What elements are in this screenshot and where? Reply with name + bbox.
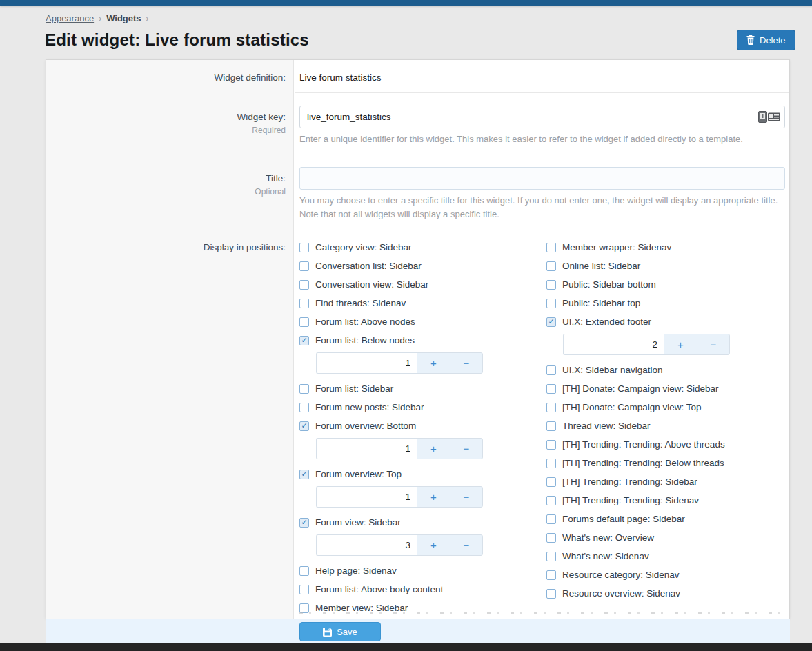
position-option-label[interactable]: Resource category: Sidenav: [562, 570, 680, 580]
checkbox-checked[interactable]: ✓: [299, 336, 309, 345]
position-option-label[interactable]: Forum list: Above nodes: [315, 317, 415, 327]
increment-button[interactable]: +: [417, 352, 450, 374]
increment-button[interactable]: +: [417, 486, 450, 508]
checkbox-unchecked[interactable]: [546, 365, 556, 375]
position-option[interactable]: Resource overview: Sidenav: [546, 588, 785, 599]
checkbox-unchecked[interactable]: [546, 403, 556, 412]
position-option-label[interactable]: Public: Sidebar bottom: [562, 279, 656, 290]
position-option[interactable]: Forum new posts: Sidebar: [299, 401, 546, 413]
increment-button[interactable]: +: [417, 534, 450, 556]
position-option[interactable]: Member wrapper: Sidenav: [546, 241, 785, 253]
display-order-input[interactable]: [316, 486, 417, 508]
position-option-label[interactable]: UI.X: Sidebar navigation: [562, 365, 663, 375]
checkbox-unchecked[interactable]: [546, 299, 556, 308]
position-option[interactable]: [TH] Donate: Campaign view: Sidebar: [546, 383, 785, 394]
position-option[interactable]: ✓Forum list: Below nodes: [299, 334, 546, 346]
position-option-label[interactable]: Forum view: Sidebar: [315, 517, 401, 528]
display-order-input[interactable]: [316, 352, 417, 374]
checkbox-unchecked[interactable]: [299, 566, 309, 576]
decrement-button[interactable]: −: [450, 534, 483, 556]
checkbox-unchecked[interactable]: [546, 280, 556, 290]
checkbox-checked[interactable]: ✓: [546, 317, 556, 327]
display-order-input[interactable]: [316, 534, 417, 556]
checkbox-checked[interactable]: ✓: [299, 470, 309, 479]
position-option-label[interactable]: Public: Sidebar top: [562, 298, 640, 308]
position-option[interactable]: [TH] Trending: Trending: Above threads: [546, 439, 785, 450]
position-option-label[interactable]: Forums default page: Sidebar: [562, 514, 685, 524]
checkbox-unchecked[interactable]: [299, 317, 309, 327]
checkbox-unchecked[interactable]: [299, 403, 309, 412]
checkbox-unchecked[interactable]: [546, 477, 556, 487]
position-option-label[interactable]: [TH] Donate: Campaign view: Sidebar: [562, 383, 719, 394]
breadcrumb-appearance[interactable]: Appearance: [46, 13, 94, 23]
checkbox-unchecked[interactable]: [299, 243, 309, 252]
position-option-label[interactable]: Find threads: Sidenav: [315, 298, 406, 308]
position-option-label[interactable]: Help page: Sidenav: [315, 565, 397, 576]
position-option[interactable]: Resource category: Sidenav: [546, 569, 785, 581]
position-option[interactable]: ✓Forum overview: Bottom: [299, 420, 546, 432]
position-option-label[interactable]: Resource overview: Sidenav: [562, 588, 680, 599]
increment-button[interactable]: +: [417, 438, 450, 459]
position-option[interactable]: ✓Forum view: Sidebar: [299, 517, 546, 528]
position-option-label[interactable]: Conversation list: Sidebar: [315, 261, 422, 271]
delete-button[interactable]: Delete: [737, 30, 795, 50]
position-option[interactable]: Find threads: Sidenav: [299, 297, 546, 309]
position-option[interactable]: Conversation view: Sidebar: [299, 279, 546, 290]
increment-button[interactable]: +: [664, 334, 697, 355]
display-order-input[interactable]: [563, 334, 664, 355]
widget-key-input[interactable]: [299, 106, 785, 128]
position-option[interactable]: ✓Forum overview: Top: [299, 468, 546, 480]
position-option-label[interactable]: Forum list: Sidebar: [315, 383, 393, 394]
position-option-label[interactable]: [TH] Trending: Trending: Above threads: [562, 439, 725, 450]
position-option[interactable]: Forum list: Above nodes: [299, 316, 546, 328]
checkbox-unchecked[interactable]: [299, 299, 309, 308]
decrement-button[interactable]: −: [450, 438, 483, 459]
position-option[interactable]: Public: Sidebar bottom: [546, 279, 785, 290]
checkbox-unchecked[interactable]: [299, 280, 309, 290]
position-option-label[interactable]: Forum list: Above body content: [315, 584, 443, 594]
save-button[interactable]: Save: [299, 622, 381, 641]
checkbox-unchecked[interactable]: [546, 570, 556, 580]
position-option[interactable]: [TH] Trending: Trending: Sidebar: [546, 476, 785, 488]
checkbox-unchecked[interactable]: [299, 261, 309, 271]
position-option-label[interactable]: Forum overview: Bottom: [315, 421, 416, 431]
position-option[interactable]: Help page: Sidenav: [299, 565, 546, 577]
position-option[interactable]: What's new: Sidenav: [546, 550, 785, 562]
position-option[interactable]: Conversation list: Sidebar: [299, 260, 546, 272]
checkbox-unchecked[interactable]: [299, 384, 309, 394]
position-option[interactable]: Category view: Sidebar: [299, 241, 546, 253]
position-option[interactable]: [TH] Trending: Trending: Sidenav: [546, 494, 785, 506]
decrement-button[interactable]: −: [697, 334, 730, 355]
position-option-label[interactable]: What's new: Sidenav: [562, 551, 649, 561]
checkbox-unchecked[interactable]: [546, 384, 556, 394]
position-option[interactable]: Forum list: Above body content: [299, 583, 546, 595]
checkbox-unchecked[interactable]: [546, 533, 556, 543]
position-option[interactable]: Forum list: Sidebar: [299, 383, 546, 394]
position-option-label[interactable]: [TH] Trending: Trending: Below threads: [562, 458, 724, 468]
position-option-label[interactable]: UI.X: Extended footer: [562, 317, 651, 327]
position-option[interactable]: Public: Sidebar top: [546, 297, 785, 309]
title-input[interactable]: [299, 167, 785, 190]
checkbox-unchecked[interactable]: [546, 496, 556, 505]
checkbox-unchecked[interactable]: [546, 459, 556, 468]
checkbox-unchecked[interactable]: [299, 585, 309, 594]
position-option-label[interactable]: [TH] Trending: Trending: Sidebar: [562, 477, 697, 487]
position-option-label[interactable]: Member wrapper: Sidenav: [562, 242, 671, 252]
position-option[interactable]: UI.X: Sidebar navigation: [546, 364, 785, 376]
checkbox-unchecked[interactable]: [546, 261, 556, 271]
checkbox-checked[interactable]: ✓: [299, 518, 309, 528]
position-option[interactable]: ✓UI.X: Extended footer: [546, 316, 785, 328]
position-option[interactable]: Forums default page: Sidebar: [546, 513, 785, 525]
position-option-label[interactable]: [TH] Donate: Campaign view: Top: [562, 402, 702, 412]
checkbox-unchecked[interactable]: [546, 514, 556, 524]
position-option-label[interactable]: Forum new posts: Sidebar: [315, 402, 424, 412]
position-option-label[interactable]: Forum list: Below nodes: [315, 335, 415, 345]
breadcrumb-widgets[interactable]: Widgets: [106, 13, 141, 23]
position-option-label[interactable]: Forum overview: Top: [315, 469, 402, 479]
position-option-label[interactable]: What's new: Overview: [562, 532, 654, 543]
position-option-label[interactable]: Thread view: Sidebar: [562, 421, 651, 431]
position-option-label[interactable]: Online list: Sidebar: [562, 261, 640, 271]
checkbox-unchecked[interactable]: [546, 440, 556, 450]
position-option-label[interactable]: [TH] Trending: Trending: Sidenav: [562, 495, 699, 505]
position-option-label[interactable]: Category view: Sidebar: [315, 242, 412, 252]
